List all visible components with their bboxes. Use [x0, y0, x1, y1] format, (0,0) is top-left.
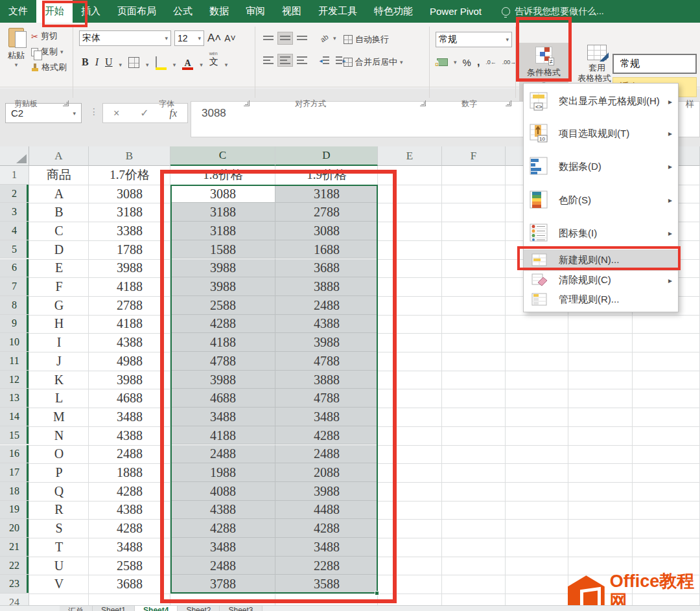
- merge-center-button[interactable]: 合并后居中▾: [344, 56, 403, 68]
- cf-menu-item-top-bottom-rules[interactable]: 10项目选取规则(T)▸: [524, 117, 678, 150]
- comma-style-button[interactable]: ,: [477, 56, 480, 68]
- cell-D6[interactable]: 3688: [275, 259, 378, 278]
- cell-A23[interactable]: V: [29, 575, 89, 594]
- cell-A18[interactable]: Q: [29, 482, 89, 501]
- row-header-1[interactable]: 1: [0, 166, 29, 185]
- cell-D3[interactable]: 2788: [275, 203, 378, 222]
- cell-C3[interactable]: 3188: [170, 203, 275, 222]
- align-center-button[interactable]: [277, 54, 293, 67]
- row-header-17[interactable]: 17: [0, 463, 29, 482]
- row-header-18[interactable]: 18: [0, 482, 29, 501]
- cell-C17[interactable]: 1988: [170, 463, 275, 482]
- cell-D9[interactable]: 4388: [275, 315, 378, 334]
- row-header-22[interactable]: 22: [0, 557, 29, 575]
- cell-B13[interactable]: 4688: [89, 389, 170, 408]
- cell-B5[interactable]: 1788: [89, 240, 170, 259]
- cf-menu-item-clear-rules[interactable]: 清除规则(C)▸: [524, 271, 678, 290]
- cell-D4[interactable]: 3088: [275, 222, 378, 240]
- cell-B12[interactable]: 3988: [89, 371, 170, 389]
- cell-A8[interactable]: G: [29, 296, 89, 315]
- cell-C22[interactable]: 2488: [170, 557, 275, 575]
- cell-D8[interactable]: 2488: [275, 296, 378, 315]
- menubar-tab-页面布局[interactable]: 页面布局: [109, 0, 165, 23]
- column-header-D[interactable]: D: [275, 146, 378, 166]
- cell-D15[interactable]: 4288: [275, 426, 378, 445]
- cell-C21[interactable]: 3488: [170, 538, 275, 557]
- cell-C12[interactable]: 3988: [170, 371, 275, 389]
- paste-dropdown-arrow[interactable]: ▾: [15, 62, 18, 68]
- alignment-dialog-launcher[interactable]: [420, 100, 426, 106]
- cut-button[interactable]: ✂ 剪切: [31, 30, 67, 42]
- align-right-button[interactable]: [294, 54, 310, 67]
- cell-D21[interactable]: 3488: [275, 538, 378, 557]
- menubar-tab-特色功能[interactable]: 特色功能: [366, 0, 421, 23]
- font-color-button[interactable]: A: [182, 57, 193, 68]
- row-header-12[interactable]: 12: [0, 371, 29, 389]
- formula-bar-splitter[interactable]: ⋮: [89, 106, 99, 117]
- row-header-5[interactable]: 5: [0, 240, 29, 259]
- row-header-13[interactable]: 13: [0, 389, 29, 408]
- cf-menu-item-new-rule[interactable]: 新建规则(N)...: [524, 249, 678, 271]
- number-dialog-launcher[interactable]: [506, 100, 511, 106]
- cell-D16[interactable]: 2488: [275, 445, 378, 464]
- cell-A5[interactable]: D: [29, 240, 89, 259]
- cf-menu-item-highlight-cells-rules[interactable]: <>突出显示单元格规则(H)▸: [524, 86, 678, 117]
- enter-button[interactable]: ✓: [140, 107, 148, 119]
- cell-B1[interactable]: 1.7价格: [89, 166, 170, 185]
- cell-D22[interactable]: 2288: [275, 557, 378, 575]
- row-header-10[interactable]: 10: [0, 333, 29, 352]
- cell-C4[interactable]: 3188: [170, 222, 275, 240]
- sheet-tab-Sheet3[interactable]: Sheet3: [220, 606, 262, 611]
- cell-B10[interactable]: 4388: [89, 333, 170, 352]
- row-header-15[interactable]: 15: [0, 426, 29, 445]
- cell-A11[interactable]: J: [29, 352, 89, 371]
- cell-C16[interactable]: 2488: [170, 445, 275, 464]
- cell-D11[interactable]: 4788: [275, 352, 378, 371]
- paste-button[interactable]: 粘贴 ▾: [4, 28, 29, 84]
- menubar-tab-开始[interactable]: 开始: [36, 0, 73, 23]
- cell-A10[interactable]: I: [29, 333, 89, 352]
- number-format-select[interactable]: 常规▾: [436, 32, 512, 47]
- tell-me-box[interactable]: 告诉我您想要做什么...: [502, 0, 604, 23]
- sheet-tab-汇总[interactable]: 汇总: [60, 606, 93, 611]
- menubar-tab-公式[interactable]: 公式: [165, 0, 201, 23]
- sheet-tab-Sheet4[interactable]: Sheet4: [135, 606, 178, 611]
- cf-menu-item-manage-rules[interactable]: 管理规则(R)...: [524, 290, 678, 310]
- orientation-button[interactable]: ab: [316, 32, 332, 45]
- cell-B15[interactable]: 4388: [89, 426, 170, 445]
- cell-A20[interactable]: S: [29, 519, 89, 538]
- cell-D7[interactable]: 3888: [275, 277, 378, 296]
- font-size-select[interactable]: 12▾: [174, 30, 204, 46]
- fill-color-button[interactable]: [156, 57, 167, 68]
- cf-menu-item-data-bars[interactable]: 数据条(D)▸: [524, 150, 678, 183]
- cell-A22[interactable]: U: [29, 557, 89, 575]
- cell-D13[interactable]: 4788: [275, 389, 378, 408]
- cell-D5[interactable]: 1688: [275, 240, 378, 259]
- cell-D23[interactable]: 3588: [275, 575, 378, 594]
- cell-B20[interactable]: 4288: [89, 519, 170, 538]
- font-dialog-launcher[interactable]: [244, 100, 250, 106]
- sheet-tab-Sheet1[interactable]: Sheet1: [93, 606, 135, 611]
- menubar-tab-文件[interactable]: 文件: [0, 0, 36, 23]
- bold-button[interactable]: B: [82, 56, 89, 68]
- cell-A12[interactable]: K: [29, 371, 89, 389]
- row-header-14[interactable]: 14: [0, 408, 29, 426]
- cell-A4[interactable]: C: [29, 222, 89, 240]
- cell-C19[interactable]: 4388: [170, 501, 275, 520]
- column-header-C[interactable]: C: [170, 146, 275, 166]
- cell-C23[interactable]: 3788: [170, 575, 275, 594]
- font-name-select[interactable]: 宋体▾: [79, 30, 171, 46]
- cell-B21[interactable]: 3488: [89, 538, 170, 557]
- cell-B7[interactable]: 4188: [89, 277, 170, 296]
- cell-A21[interactable]: T: [29, 538, 89, 557]
- cell-B23[interactable]: 3688: [89, 575, 170, 594]
- wrap-text-button[interactable]: 自动换行: [344, 34, 389, 45]
- cell-B17[interactable]: 1888: [89, 463, 170, 482]
- cell-B8[interactable]: 2788: [89, 296, 170, 315]
- increase-decimal-button[interactable]: .0←: [485, 60, 496, 65]
- percent-style-button[interactable]: %: [463, 57, 471, 68]
- cell-C10[interactable]: 4188: [170, 333, 275, 352]
- cell-B2[interactable]: 3088: [89, 185, 170, 203]
- cell-B9[interactable]: 4188: [89, 315, 170, 334]
- cell-C15[interactable]: 4188: [170, 426, 275, 445]
